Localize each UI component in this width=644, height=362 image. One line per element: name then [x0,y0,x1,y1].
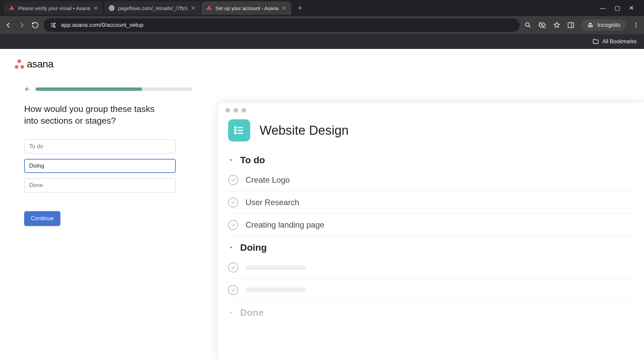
task-label: User Research [246,198,299,207]
section-header[interactable]: To do [228,149,634,169]
address-bar: app.asana.com/0/account_setup Incognito [0,16,644,34]
section-name-input-0[interactable] [24,139,176,154]
task-row[interactable]: Creating landing page [228,214,634,236]
page-content: asana How would you group these tasks in… [0,49,644,362]
asana-favicon-icon [9,5,15,11]
site-settings-icon[interactable] [50,22,56,28]
project-preview: Website Design To doCreate LogoUser Rese… [218,103,644,362]
minimize-icon[interactable]: — [600,5,606,11]
svg-point-1 [10,8,11,10]
chevron-down-icon [228,245,234,251]
window-controls: — ▢ ✕ [600,5,640,11]
folder-icon [592,38,599,45]
svg-point-3 [208,6,210,8]
svg-point-2 [12,8,14,10]
chevron-down-icon [228,157,234,163]
svg-point-7 [53,24,54,25]
asana-logo-icon [15,59,24,69]
svg-point-12 [591,25,593,27]
eye-off-icon[interactable] [538,21,546,29]
asana-logo-text: asana [27,58,53,70]
placeholder-bar [246,265,306,270]
section-header[interactable]: Done [228,301,634,321]
incognito-label: Incognito [597,22,621,28]
chevron-down-icon [228,310,234,316]
close-tab-icon[interactable]: ✕ [94,5,98,11]
omnibox[interactable]: app.asana.com/0/account_setup [44,18,520,32]
asana-logo: asana [15,58,53,70]
svg-point-11 [588,25,590,27]
all-bookmarks-link[interactable]: All Bookmarks [602,39,637,45]
svg-point-4 [207,8,209,10]
setup-panel: How would you group these tasks into sec… [24,86,192,226]
section-name-input-1[interactable] [24,159,176,173]
preview-section: Done [218,301,644,321]
side-panel-icon[interactable] [567,21,575,29]
svg-point-13 [635,23,636,24]
svg-rect-10 [568,23,574,28]
preview-window-dots [218,103,644,116]
incognito-chip[interactable]: Incognito [581,19,626,31]
bookmark-star-icon[interactable] [553,21,560,29]
section-label: Done [240,307,264,318]
back-icon[interactable] [5,21,12,29]
forward-icon[interactable] [18,21,25,29]
search-icon[interactable] [524,21,532,29]
task-row[interactable]: Create Logo [228,169,634,191]
reload-icon[interactable] [32,21,39,29]
svg-point-8 [54,26,55,27]
svg-point-0 [11,6,12,8]
continue-button[interactable]: Continue [24,211,60,226]
close-window-icon[interactable]: ✕ [629,5,634,11]
svg-point-15 [635,26,636,27]
section-name-input-2[interactable] [24,178,176,192]
section-header[interactable]: Doing [228,236,634,256]
svg-point-5 [209,8,211,10]
tab-strip: Please verify your email • Asana✕pageflo… [0,0,644,16]
placeholder-bar [246,288,306,292]
globe-favicon-icon [109,5,115,11]
setup-question: How would you group these tasks into sec… [24,103,165,127]
tab-title: Set up your account - Asana [215,5,278,11]
project-header: Website Design [218,116,644,149]
tab-title: pageflows.com/_/emails/_/7fbS [118,5,188,11]
svg-point-9 [526,23,529,26]
url-text: app.asana.com/0/account_setup [61,22,144,28]
progress-fill [36,87,142,91]
task-row-placeholder [228,256,634,279]
section-label: Doing [240,242,267,253]
incognito-icon [587,21,594,29]
task-row[interactable]: User Research [228,191,634,214]
task-check-icon[interactable] [228,197,238,207]
task-row-placeholder [228,279,634,301]
progress-row [24,86,192,93]
toolbar-right: Incognito [524,19,639,31]
browser-tab[interactable]: Set up your account - Asana✕ [201,1,291,15]
svg-point-14 [635,24,636,25]
preview-section: To doCreate LogoUser ResearchCreating la… [218,149,644,236]
project-title: Website Design [260,123,348,138]
kebab-menu-icon[interactable] [633,22,639,28]
task-label: Creating landing page [246,220,324,230]
task-check-icon[interactable] [228,175,238,185]
bookmarks-bar: All Bookmarks [0,34,644,49]
preview-section: Doing [218,236,644,301]
tab-title: Please verify your email • Asana [18,5,90,11]
close-tab-icon[interactable]: ✕ [191,5,195,11]
section-label: To do [240,155,265,166]
new-tab-button[interactable]: + [294,2,306,14]
nav-icons [5,21,39,29]
back-step-icon[interactable] [24,86,31,93]
section-inputs [24,139,176,192]
browser-tab[interactable]: pageflows.com/_/emails/_/7fbS✕ [104,1,200,15]
project-list-icon [228,119,250,141]
task-check-icon[interactable] [228,220,238,230]
browser-tab[interactable]: Please verify your email • Asana✕ [4,1,103,15]
maximize-icon[interactable]: ▢ [614,5,620,11]
asana-favicon-icon [206,5,212,11]
svg-point-17 [235,130,236,131]
task-label: Create Logo [246,175,290,185]
task-check-icon [228,285,238,295]
progress-track [36,87,192,91]
close-tab-icon[interactable]: ✕ [282,5,286,11]
